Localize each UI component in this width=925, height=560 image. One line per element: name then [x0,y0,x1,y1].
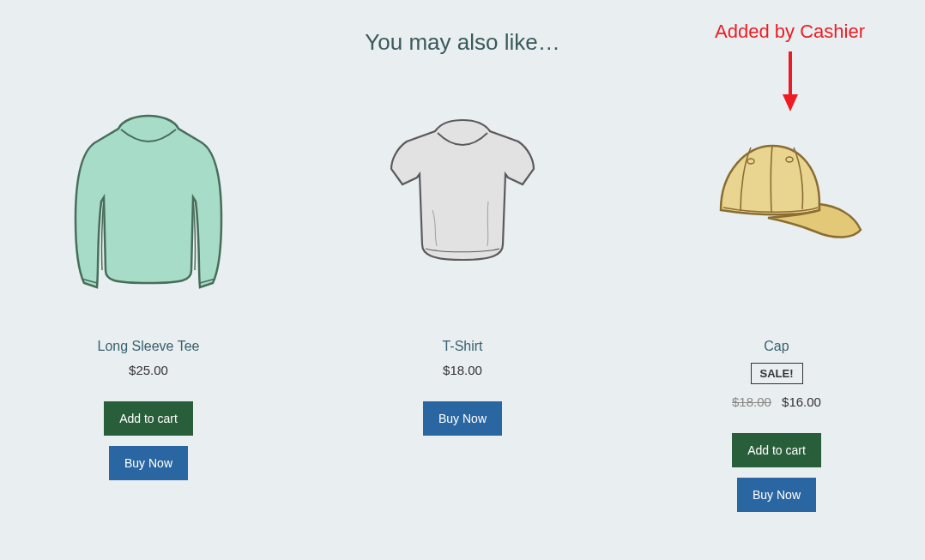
annotation-text: Added by Cashier [715,21,865,43]
product-list: Long Sleeve Tee $25.00 Add to cart Buy N… [0,73,925,512]
product-title: Cap [662,339,891,354]
new-price: $16.00 [782,394,821,409]
buy-now-button[interactable]: Buy Now [109,446,188,480]
product-card[interactable]: Long Sleeve Tee $25.00 Add to cart Buy N… [34,73,263,512]
buy-now-button[interactable]: Buy Now [737,478,816,512]
buy-now-button[interactable]: Buy Now [423,401,502,436]
product-price: $25.00 [34,363,263,377]
product-card[interactable]: Cap SALE! $18.00 $16.00 Add to cart Buy … [662,73,891,512]
product-price: $18.00 $16.00 [662,394,891,409]
product-title: T-Shirt [348,339,577,354]
annotation-callout: Added by Cashier [715,21,865,111]
product-title: Long Sleeve Tee [34,339,263,354]
add-to-cart-button[interactable]: Add to cart [104,401,193,436]
add-to-cart-button[interactable]: Add to cart [732,433,821,467]
product-price: $18.00 [348,363,577,377]
sale-badge: SALE! [751,363,803,384]
svg-marker-1 [783,94,798,111]
old-price: $18.00 [732,394,771,409]
product-image [355,73,570,322]
arrow-down-icon [715,51,865,111]
product-card[interactable]: T-Shirt $18.00 Buy Now [348,73,577,512]
product-image [41,73,256,322]
